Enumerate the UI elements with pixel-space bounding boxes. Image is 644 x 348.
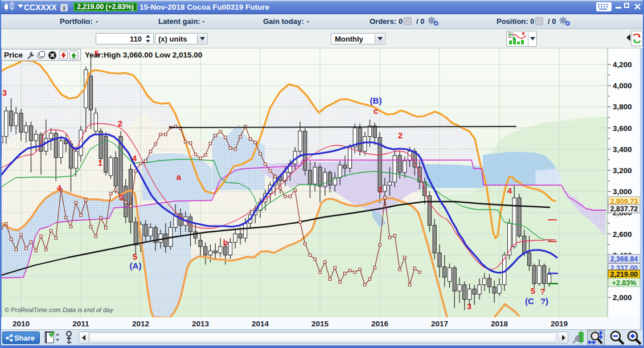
svg-text:2012: 2012 bbox=[132, 320, 149, 328]
svg-text:2,837.72: 2,837.72 bbox=[610, 205, 638, 213]
svg-text:3: 3 bbox=[2, 88, 7, 97]
svg-text:4,000: 4,000 bbox=[613, 81, 632, 90]
svg-text:2010: 2010 bbox=[13, 320, 30, 328]
svg-text:Data is end of day: Data is end of day bbox=[63, 306, 114, 313]
svg-text:1: 1 bbox=[378, 185, 383, 194]
svg-text:4: 4 bbox=[507, 186, 512, 195]
svg-text:2: 2 bbox=[398, 130, 403, 140]
svg-text:2013: 2013 bbox=[192, 320, 210, 328]
svg-text:3,600: 3,600 bbox=[613, 124, 632, 133]
svg-text:2017: 2017 bbox=[431, 320, 448, 328]
svg-text:3: 3 bbox=[467, 301, 471, 311]
svg-text:2: 2 bbox=[118, 118, 122, 128]
svg-text:c: c bbox=[374, 106, 378, 116]
svg-text:2014: 2014 bbox=[252, 320, 269, 328]
svg-text:4: 4 bbox=[57, 183, 62, 193]
svg-text:a: a bbox=[177, 172, 182, 182]
svg-text:2019: 2019 bbox=[551, 320, 568, 328]
svg-text:2,219.00: 2,219.00 bbox=[610, 271, 638, 279]
svg-text:3,000: 3,000 bbox=[613, 187, 632, 196]
svg-text:2,000: 2,000 bbox=[613, 293, 632, 302]
svg-text:4: 4 bbox=[132, 153, 137, 163]
svg-text:2,600: 2,600 bbox=[613, 230, 632, 239]
svg-text:5: 5 bbox=[133, 252, 137, 261]
svg-text:(A): (A) bbox=[130, 261, 142, 271]
svg-text:2,368.84: 2,368.84 bbox=[610, 255, 638, 263]
svg-text:2018: 2018 bbox=[491, 320, 508, 328]
svg-text:3,800: 3,800 bbox=[613, 103, 632, 111]
svg-text:2,909.73: 2,909.73 bbox=[610, 198, 638, 206]
svg-text:4,200: 4,200 bbox=[613, 60, 632, 69]
svg-text:© ProRealTime.com: © ProRealTime.com bbox=[5, 306, 61, 313]
svg-text:3,400: 3,400 bbox=[613, 145, 632, 154]
svg-text:2016: 2016 bbox=[371, 320, 389, 328]
svg-text:+2.83%: +2.83% bbox=[612, 279, 637, 287]
svg-text:?): ?) bbox=[540, 296, 548, 306]
svg-text:2011: 2011 bbox=[72, 320, 89, 328]
svg-text:2015: 2015 bbox=[311, 320, 329, 328]
svg-text:b: b bbox=[223, 238, 228, 247]
svg-text:3: 3 bbox=[119, 193, 124, 202]
svg-text:5: 5 bbox=[531, 286, 535, 296]
svg-text:(B): (B) bbox=[370, 96, 382, 105]
svg-text:?: ? bbox=[540, 286, 545, 296]
svg-text:(C: (C bbox=[525, 296, 534, 306]
svg-text:1: 1 bbox=[98, 158, 102, 167]
svg-text:3,200: 3,200 bbox=[613, 166, 632, 175]
